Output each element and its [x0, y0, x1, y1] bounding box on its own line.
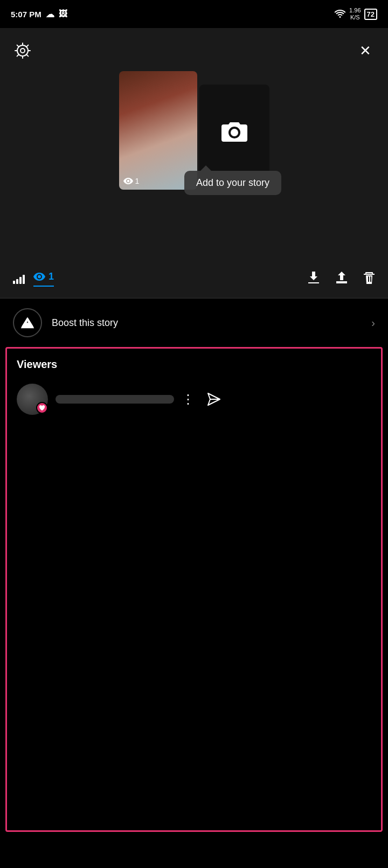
viewer-actions: ⋮: [182, 391, 223, 408]
network-speed: 1.96K/S: [349, 7, 361, 21]
battery-icon: 72: [364, 9, 377, 20]
time-label: 5:07 PM: [11, 10, 41, 19]
battery-level: 72: [364, 9, 377, 20]
close-button[interactable]: ✕: [354, 39, 377, 63]
cloud-icon: ☁: [46, 9, 54, 19]
toolbar: 1: [0, 260, 388, 298]
status-right: 1.96K/S 72: [334, 7, 377, 21]
delete-button[interactable]: [363, 270, 375, 288]
send-icon: [206, 391, 222, 407]
eye-tab-icon: [33, 273, 45, 281]
viewer-row: ⋮: [17, 380, 371, 418]
eye-icon: [123, 178, 133, 184]
add-to-story-tooltip[interactable]: Add to your story: [184, 171, 281, 195]
boost-row[interactable]: Boost this story ›: [0, 298, 388, 347]
download-button[interactable]: [307, 270, 320, 288]
toolbar-view-count: 1: [48, 271, 54, 282]
svg-point-0: [20, 48, 25, 53]
viewers-section: Viewers ⋮: [5, 347, 383, 832]
viewers-title: Viewers: [17, 358, 371, 371]
top-area: ✕ 1 Add to your story: [0, 28, 388, 260]
boost-icon: [20, 316, 35, 329]
boost-chevron-icon: ›: [371, 317, 375, 329]
viewer-avatar: [17, 384, 48, 415]
more-options-button[interactable]: ⋮: [182, 392, 196, 407]
camera-icon: [221, 119, 247, 142]
wifi-icon: [334, 10, 346, 18]
view-count-badge: 1: [123, 177, 140, 185]
story-view-count: 1: [135, 177, 140, 185]
signal-bars-icon: [13, 274, 25, 284]
toolbar-left: 1: [13, 271, 307, 287]
photo-icon: 🖼: [59, 9, 67, 19]
boost-label: Boost this story: [52, 317, 371, 329]
gear-button[interactable]: [11, 39, 34, 63]
svg-point-1: [17, 45, 28, 56]
heart-badge: [36, 402, 48, 414]
share-button[interactable]: [335, 270, 348, 288]
camera-thumbnail[interactable]: [199, 85, 269, 176]
boost-icon-wrap: [13, 308, 42, 337]
trash-icon: [363, 270, 375, 284]
views-tab[interactable]: 1: [33, 271, 54, 287]
viewer-name-blur: [56, 395, 174, 404]
send-dm-button[interactable]: [205, 391, 223, 408]
story-thumbnail[interactable]: 1: [119, 71, 197, 190]
download-icon: [307, 270, 320, 284]
heart-icon: [39, 405, 45, 411]
toolbar-right: [307, 270, 375, 288]
status-left: 5:07 PM ☁ 🖼: [11, 9, 67, 19]
share-icon: [335, 270, 348, 284]
status-bar: 5:07 PM ☁ 🖼 1.96K/S 72: [0, 0, 388, 28]
thumbnails-container: 1 Add to your story: [119, 71, 269, 190]
